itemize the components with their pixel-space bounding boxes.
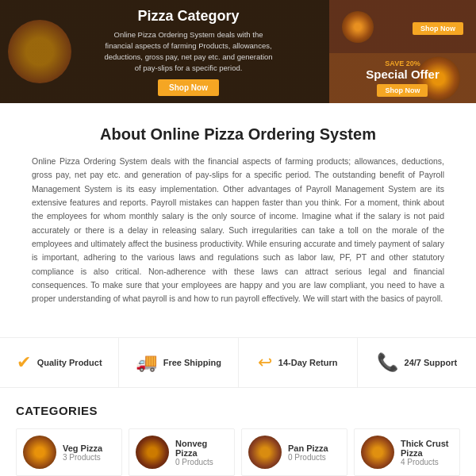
hero-left-banner: Pizza Category Online Pizza Ordering Sys… (0, 0, 329, 103)
about-title: About Online Pizza Ordering System (32, 125, 444, 144)
category-info-0: Veg Pizza 3 Products (63, 443, 102, 462)
hero-right-top-shop-button[interactable]: Shop Now (413, 22, 463, 35)
hero-right-top-banner: Shop Now (329, 0, 476, 53)
categories-title: CATEGORIES (16, 404, 460, 417)
categories-grid: Veg Pizza 3 Products Nonveg Pizza 0 Prod… (16, 428, 460, 476)
category-count-1: 0 Products (175, 458, 228, 466)
category-name-1: Nonveg Pizza (175, 439, 228, 458)
hero-shop-now-button[interactable]: Shop Now (158, 79, 219, 96)
feature-item-3: 📞24/7 Support (358, 338, 476, 387)
category-count-3: 4 Products (401, 458, 453, 466)
feature-label-1: Free Shipping (163, 358, 221, 367)
category-count-0: 3 Products (63, 453, 102, 462)
category-image-3 (361, 436, 394, 469)
feature-icon-0: ✔ (17, 352, 31, 373)
about-text: Online Pizza Ordering System deals with … (32, 155, 444, 305)
pizza-image-top (342, 11, 374, 43)
save-badge: SAVE 20% (385, 60, 420, 67)
feature-label-2: 14-Day Return (278, 358, 338, 367)
category-count-2: 0 Products (288, 453, 328, 462)
feature-icon-3: 📞 (377, 352, 398, 373)
feature-label-3: 24/7 Support (405, 358, 458, 367)
feature-label-0: Quality Product (37, 358, 102, 367)
hero-description: Online Pizza Ordering System deals with … (102, 29, 276, 75)
feature-item-2: ↩14-Day Return (239, 338, 358, 387)
category-image-2 (248, 436, 282, 469)
category-info-2: Pan Pizza 0 Products (288, 443, 328, 462)
about-section: About Online Pizza Ordering System Onlin… (0, 103, 476, 321)
category-name-3: Thick Crust Pizza (401, 439, 453, 458)
category-card-2[interactable]: Pan Pizza 0 Products (241, 428, 347, 476)
feature-item-0: ✔Quality Product (0, 338, 119, 387)
category-card-1[interactable]: Nonveg Pizza 0 Products (129, 428, 235, 476)
category-card-0[interactable]: Veg Pizza 3 Products (16, 428, 122, 476)
hero-section: Pizza Category Online Pizza Ordering Sys… (0, 0, 476, 103)
category-name-2: Pan Pizza (288, 443, 328, 453)
feature-icon-1: 🚚 (136, 352, 157, 373)
special-offer-title: Special Offer (366, 67, 440, 81)
hero-title: Pizza Category (102, 8, 276, 25)
features-bar: ✔Quality Product🚚Free Shipping↩14-Day Re… (0, 337, 476, 388)
category-info-1: Nonveg Pizza 0 Products (175, 439, 228, 466)
feature-item-1: 🚚Free Shipping (119, 338, 238, 387)
hero-right-bottom-shop-button[interactable]: Shop Now (377, 84, 428, 97)
category-name-0: Veg Pizza (63, 443, 102, 453)
hero-right-panel: Shop Now SAVE 20% Special Offer Shop Now (329, 0, 476, 103)
hero-right-bottom-banner: SAVE 20% Special Offer Shop Now (329, 53, 476, 103)
categories-section: CATEGORIES Veg Pizza 3 Products Nonveg P… (0, 388, 476, 476)
feature-icon-2: ↩ (258, 352, 272, 373)
category-card-3[interactable]: Thick Crust Pizza 4 Products (354, 428, 460, 476)
category-image-0 (23, 436, 56, 469)
category-image-1 (136, 436, 169, 469)
category-info-3: Thick Crust Pizza 4 Products (401, 439, 453, 466)
